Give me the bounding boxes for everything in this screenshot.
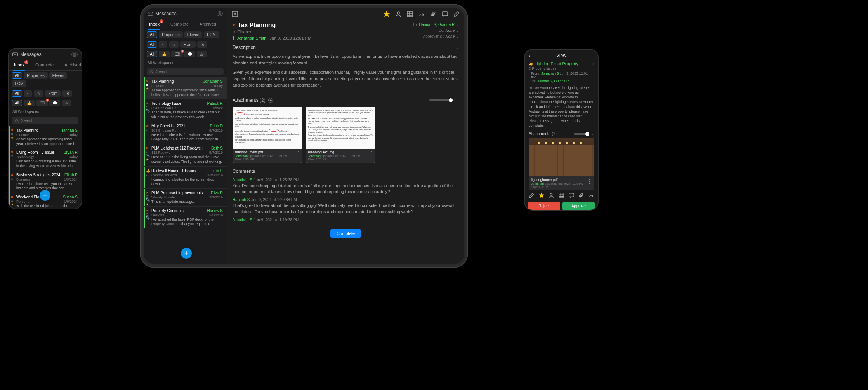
edit-icon[interactable] bbox=[453, 11, 460, 17]
filter-thumbs-up-icon[interactable]: 👍 bbox=[24, 100, 35, 106]
grid-icon[interactable] bbox=[407, 11, 413, 17]
attach-icon[interactable] bbox=[578, 193, 584, 198]
filter-properties[interactable]: Properties bbox=[159, 31, 183, 38]
filter-all-1[interactable]: All bbox=[147, 31, 157, 38]
message-category: Weekly Update bbox=[151, 195, 175, 199]
list-item[interactable]: 👍Rockwell House IT IssuesLiam RControl S… bbox=[144, 166, 227, 188]
star-icon: ★ bbox=[146, 87, 149, 91]
grid-icon[interactable] bbox=[559, 193, 564, 198]
attachments-header[interactable]: Attachments (2) + ⌄ bbox=[227, 95, 464, 105]
star-icon[interactable] bbox=[384, 11, 390, 17]
list-item[interactable]: ✖★Tax PlanningHannah SFinanceTodayAs we … bbox=[9, 126, 82, 148]
filter-all-3[interactable]: All bbox=[12, 100, 22, 106]
tab-complete[interactable]: Complete bbox=[170, 19, 189, 30]
attach-icon[interactable] bbox=[430, 11, 436, 17]
all-workspaces-label: All Workspaces bbox=[9, 108, 82, 115]
filter-delete-icon[interactable]: ⌫1 bbox=[36, 100, 48, 106]
filter-warning-icon[interactable]: ⚠ bbox=[197, 51, 207, 57]
filter-all-3[interactable]: All bbox=[147, 51, 157, 57]
chevron-right-icon[interactable]: › bbox=[592, 61, 594, 66]
attachment-menu-icon[interactable]: ⋮ bbox=[296, 150, 301, 156]
message-subject: Business Strategies 2024 bbox=[16, 173, 60, 177]
reject-button[interactable]: Reject bbox=[528, 202, 560, 210]
filter-circle-icon[interactable]: ○ bbox=[24, 90, 32, 97]
add-attachment-icon[interactable]: + bbox=[268, 98, 273, 103]
filter-chat-icon[interactable]: 💬 bbox=[49, 100, 60, 106]
filter-delete-icon[interactable]: ⌫1 bbox=[171, 51, 183, 57]
list-item[interactable]: ✖Business Strategies 2024Elijah PBusines… bbox=[9, 171, 82, 193]
list-item[interactable]: ✖May Checklist 2021Erinn D394 Sheldon Rd… bbox=[144, 122, 227, 144]
user-icon[interactable] bbox=[395, 11, 401, 17]
list-item[interactable]: ✖📎★PLM Proposed ImprovementsEliza PWeekl… bbox=[144, 188, 227, 206]
back-icon[interactable]: ‹ bbox=[529, 53, 535, 58]
compose-fab[interactable]: + bbox=[181, 248, 192, 259]
search-input[interactable] bbox=[12, 117, 78, 124]
chevron-down-icon[interactable]: ⌄ bbox=[456, 23, 459, 27]
tab-inbox[interactable]: Inbox1 bbox=[148, 19, 160, 30]
attachment-card[interactable]: Lorem ipsum dolor sit amet consectetur a… bbox=[233, 107, 302, 163]
tabs: Inbox1 Complete Archived bbox=[144, 19, 227, 30]
star-icon: ★ bbox=[146, 203, 150, 206]
list-item[interactable]: ✖Living Room TV IssueBryan RTechnologyTo… bbox=[9, 148, 82, 170]
filter-ecm[interactable]: ECM bbox=[12, 80, 26, 87]
attachment-menu-icon[interactable]: ⋮ bbox=[369, 150, 374, 156]
message-sender: Liam R bbox=[210, 169, 223, 173]
filter-ecm[interactable]: ECM bbox=[204, 31, 219, 38]
star-icon[interactable] bbox=[539, 193, 544, 198]
filter-to[interactable]: To bbox=[197, 41, 208, 48]
approve-button[interactable]: Approve bbox=[562, 202, 595, 210]
compose-fab[interactable]: + bbox=[40, 190, 50, 201]
filter-to[interactable]: To bbox=[62, 90, 73, 97]
filter-from[interactable]: From bbox=[45, 90, 60, 97]
filter-all-2[interactable]: All bbox=[147, 41, 157, 48]
message-sender: Beth S bbox=[211, 146, 223, 150]
filter-from[interactable]: From bbox=[180, 41, 195, 48]
detail-from: Jonathan Smith bbox=[237, 36, 266, 40]
complete-button[interactable]: Complete bbox=[330, 229, 361, 238]
filter-thumbs-up-icon[interactable]: 👍 bbox=[159, 51, 170, 57]
list-item[interactable]: ✖📎★PLM Lighting at 112 RockwellBeth S112… bbox=[144, 144, 227, 166]
view-attachment[interactable]: lightinghunter.pdf Jonathan uploaded 6/9… bbox=[529, 138, 594, 190]
filter-eleven[interactable]: Eleven bbox=[49, 72, 68, 79]
tab-archived[interactable]: Archived bbox=[64, 60, 82, 70]
description-header[interactable]: Description⌄ bbox=[227, 42, 464, 52]
accent-bar bbox=[144, 167, 145, 188]
attachment-card[interactable]: Video provides a powerful way to help yo… bbox=[306, 107, 375, 163]
user-icon[interactable] bbox=[549, 193, 554, 198]
search-input[interactable] bbox=[147, 68, 224, 75]
chevron-down-icon[interactable]: ⌄ bbox=[456, 28, 459, 33]
tab-inbox[interactable]: Inbox1 bbox=[13, 60, 25, 70]
share-icon[interactable] bbox=[589, 193, 594, 198]
filter-star-icon[interactable]: ☆ bbox=[169, 41, 179, 48]
search-field[interactable] bbox=[21, 118, 75, 123]
filter-all-1[interactable]: All bbox=[12, 72, 22, 79]
tab-archived[interactable]: Archived bbox=[199, 19, 217, 30]
share-icon[interactable] bbox=[418, 11, 425, 17]
chevron-down-icon[interactable]: ⌄ bbox=[591, 132, 594, 136]
menu-icon[interactable] bbox=[217, 11, 223, 16]
filter-properties[interactable]: Properties bbox=[24, 72, 48, 79]
comments-header[interactable]: Comments⌄ bbox=[227, 166, 464, 176]
tab-complete[interactable]: Complete bbox=[35, 60, 54, 70]
filter-warning-icon[interactable]: ⚠ bbox=[62, 100, 71, 106]
accent-bar bbox=[9, 171, 10, 193]
list-item[interactable]: ✖📎Property ConceptsHarlow SDesigns5/5/20… bbox=[144, 206, 227, 228]
comment-icon[interactable] bbox=[442, 11, 448, 17]
edit-icon[interactable] bbox=[529, 193, 534, 198]
filter-star-icon[interactable]: ☆ bbox=[34, 90, 43, 97]
list-item[interactable]: ✖📎Technology IssuePatrick R394 Sheldon R… bbox=[144, 99, 227, 121]
attachment-menu-icon[interactable]: ⋮ bbox=[586, 178, 592, 185]
filter-eleven[interactable]: Eleven bbox=[184, 31, 203, 38]
expand-icon[interactable] bbox=[232, 11, 238, 17]
filter-circle-icon[interactable]: ○ bbox=[159, 41, 167, 48]
list-item[interactable]: ✖★Tax PlanningJonathan SFinanceTodayAs w… bbox=[144, 77, 227, 99]
message-preview: I wanted to share with you the latest in… bbox=[16, 182, 78, 191]
filter-chat-icon[interactable]: 💬 bbox=[184, 51, 195, 57]
comment-icon[interactable] bbox=[569, 193, 574, 198]
menu-icon[interactable] bbox=[71, 52, 78, 57]
filter-all-2[interactable]: All bbox=[12, 90, 22, 97]
zoom-slider[interactable] bbox=[574, 133, 589, 135]
chevron-down-icon[interactable]: ⌄ bbox=[456, 34, 459, 38]
search-field[interactable] bbox=[156, 70, 220, 74]
zoom-slider[interactable] bbox=[429, 99, 453, 101]
